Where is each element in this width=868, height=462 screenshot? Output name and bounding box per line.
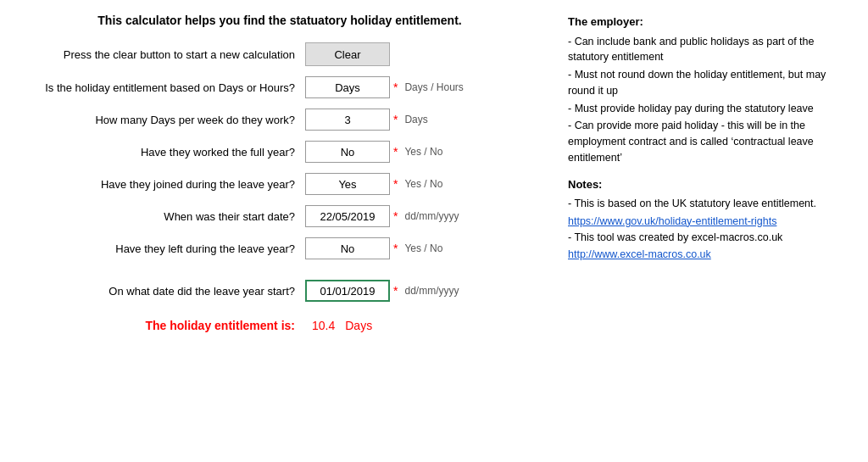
joined-label: Have they joined during the leave year?	[17, 178, 305, 191]
employer-point-1: - Can include bank and public holidays a…	[568, 34, 851, 66]
days-hours-hint: Days / Hours	[404, 81, 463, 93]
days-per-week-input-area	[305, 109, 390, 131]
clear-button[interactable]: Clear	[305, 42, 390, 66]
full-year-input-area	[305, 141, 390, 163]
employer-point-2: - Must not round down the holiday entitl…	[568, 67, 851, 99]
full-year-required: *	[393, 145, 398, 159]
page-title: This calculator helps you find the statu…	[17, 14, 542, 27]
days-per-week-row: How many Days per week do they work? * D…	[17, 109, 542, 131]
link2[interactable]: http://www.excel-macros.co.uk	[568, 248, 711, 260]
left-required: *	[393, 242, 398, 255]
employer-title: The employer:	[568, 14, 851, 31]
days-hours-input-area	[305, 76, 390, 98]
result-value: 10.4	[312, 319, 335, 332]
days-hours-row: Is the holiday entitlement based on Days…	[17, 76, 542, 98]
leave-year-start-required: *	[393, 284, 398, 298]
link1[interactable]: https://www.gov.uk/holiday-entitlement-r…	[568, 215, 776, 227]
result-label: The holiday entitlement is:	[17, 319, 305, 332]
joined-hint: Yes / No	[404, 178, 442, 190]
days-hours-label: Is the holiday entitlement based on Days…	[17, 81, 305, 94]
start-date-input-area	[305, 205, 390, 227]
start-date-required: *	[393, 209, 398, 223]
days-per-week-label: How many Days per week do they work?	[17, 114, 305, 126]
full-year-hint: Yes / No	[404, 146, 442, 158]
full-year-row: Have they worked the full year? * Yes / …	[17, 141, 542, 163]
left-label: Have they left during the leave year?	[17, 242, 305, 255]
leave-year-start-hint: dd/mm/yyyy	[404, 285, 459, 297]
note2: - This tool was created by excel-macros.…	[568, 230, 851, 246]
left-row: Have they left during the leave year? * …	[17, 237, 542, 259]
clear-row: Press the clear button to start a new ca…	[17, 42, 542, 66]
employer-point-3: - Must provide holiday pay during the st…	[568, 101, 851, 117]
days-per-week-input[interactable]	[305, 109, 390, 131]
leave-year-start-input-area	[305, 280, 390, 302]
days-hours-required: *	[393, 81, 398, 94]
result-unit: Days	[345, 319, 372, 332]
right-panel: The employer: - Can include bank and pub…	[559, 14, 851, 332]
notes-point-1: - This is based on the UK statutory leav…	[568, 196, 851, 212]
start-date-hint: dd/mm/yyyy	[404, 210, 459, 222]
clear-input-area: Clear	[305, 42, 390, 66]
full-year-input[interactable]	[305, 141, 390, 163]
left-input[interactable]	[305, 237, 390, 259]
start-date-label: When was their start date?	[17, 210, 305, 223]
employer-point-4: - Can provide more paid holiday - this w…	[568, 118, 851, 165]
result-row: The holiday entitlement is: 10.4 Days	[17, 319, 542, 332]
days-hours-input[interactable]	[305, 76, 390, 98]
left-hint: Yes / No	[404, 242, 442, 254]
joined-input[interactable]	[305, 173, 390, 195]
notes-title: Notes:	[568, 176, 851, 193]
days-per-week-hint: Days	[404, 114, 427, 125]
joined-input-area	[305, 173, 390, 195]
left-input-area	[305, 237, 390, 259]
leave-year-start-label: On what date did the leave year start?	[17, 285, 305, 298]
days-per-week-required: *	[393, 113, 398, 126]
clear-label: Press the clear button to start a new ca…	[17, 48, 305, 61]
leave-year-start-row: On what date did the leave year start? *…	[17, 280, 542, 302]
joined-row: Have they joined during the leave year? …	[17, 173, 542, 195]
start-date-row: When was their start date? * dd/mm/yyyy	[17, 205, 542, 227]
full-year-label: Have they worked the full year?	[17, 146, 305, 159]
joined-required: *	[393, 177, 398, 191]
leave-year-start-input[interactable]	[305, 280, 390, 302]
start-date-input[interactable]	[305, 205, 390, 227]
